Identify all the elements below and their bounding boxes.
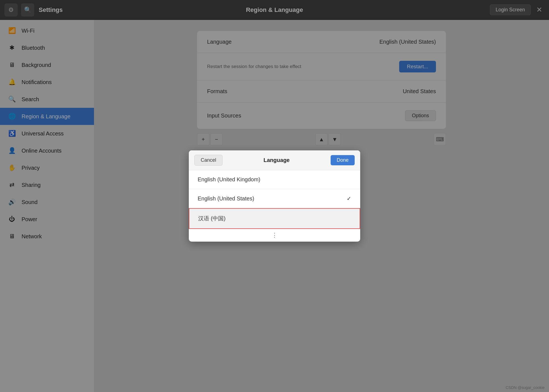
dialog-header: Cancel Language Done [189, 150, 360, 170]
dialog-list-item-label: English (United Kingdom) [198, 176, 260, 183]
dialog-overlay: Cancel Language Done English (United Kin… [0, 0, 549, 392]
dialog-list-item-en-gb[interactable]: English (United Kingdom) [189, 170, 360, 189]
dialog-done-button[interactable]: Done [331, 155, 355, 165]
dialog-list-item-en-us[interactable]: English (United States)✓ [189, 189, 360, 208]
dialog-list-item-label: English (United States) [198, 195, 254, 202]
dialog-list-item-label: 汉语 (中国) [198, 215, 226, 222]
dialog-list-item-zh-cn[interactable]: 汉语 (中国) [189, 208, 360, 229]
language-dialog: Cancel Language Done English (United Kin… [189, 150, 360, 242]
dialog-cancel-button[interactable]: Cancel [194, 155, 223, 166]
selected-checkmark: ✓ [347, 195, 351, 202]
dialog-more[interactable]: ⋮ [189, 229, 360, 242]
dialog-title: Language [263, 157, 289, 163]
dialog-list: English (United Kingdom)English (United … [189, 170, 360, 229]
